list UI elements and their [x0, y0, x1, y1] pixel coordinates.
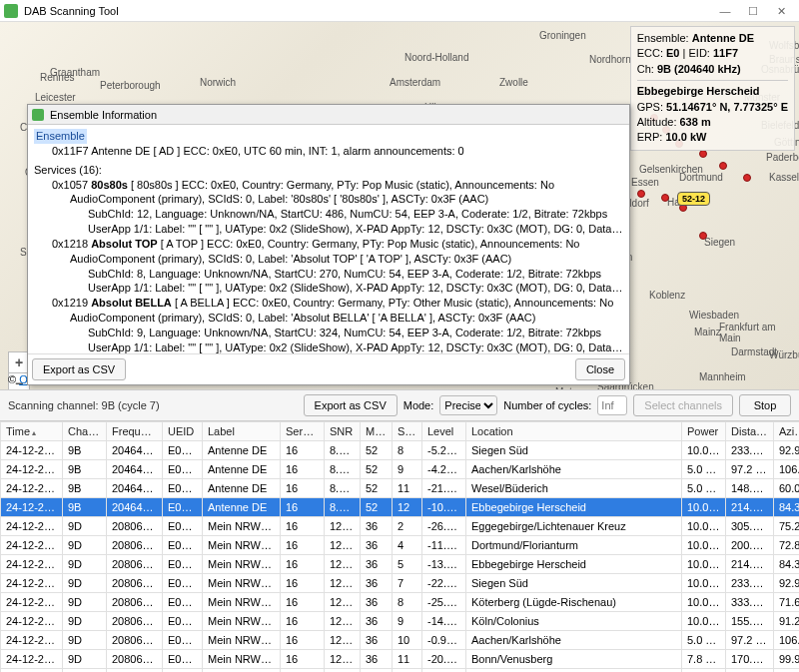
table-cell: 10.0 kW	[682, 669, 726, 673]
dialog-export-button[interactable]: Export as CSV	[32, 358, 126, 380]
table-cell: 11	[393, 479, 422, 498]
table-cell: 16	[281, 574, 325, 593]
table-cell: 9D	[63, 612, 107, 631]
table-cell: -26.6 dB	[422, 517, 466, 536]
maximize-button[interactable]: ☐	[739, 1, 767, 21]
table-cell: 200.0 km	[726, 536, 774, 555]
table-cell: 91.2°	[774, 612, 800, 631]
table-cell: 16	[281, 593, 325, 612]
table-cell: 84.3°	[774, 555, 800, 574]
table-cell: E01205	[163, 517, 203, 536]
map-city-label: Graantham	[50, 67, 100, 78]
table-row[interactable]: 24-12-28 18:33:439D208064 kHzE01205Mein …	[1, 536, 800, 555]
table-cell: 36	[361, 631, 393, 650]
map-target-dot[interactable]	[743, 174, 751, 182]
window-titlebar: DAB Scanning Tool — ☐ ✕	[0, 0, 799, 22]
stop-button[interactable]: Stop	[739, 394, 791, 416]
column-header[interactable]: Location	[466, 422, 682, 441]
table-cell: 148.3 km	[726, 479, 774, 498]
column-header[interactable]: Distance	[726, 422, 774, 441]
map-city-label: Paderborn	[766, 152, 799, 163]
map-target-dot[interactable]	[719, 162, 727, 170]
column-header[interactable]: Channel	[63, 422, 107, 441]
column-header[interactable]: Label	[203, 422, 281, 441]
table-cell: 10.0 kW	[682, 498, 726, 517]
table-cell: 16	[281, 517, 325, 536]
table-cell: 24-12-28 18:33:43	[1, 517, 63, 536]
table-row[interactable]: 24-12-28 18:33:259B204640 kHzE011F7Anten…	[1, 498, 800, 517]
column-header[interactable]: Power	[682, 422, 726, 441]
table-cell: 155.2 km	[726, 612, 774, 631]
table-row[interactable]: 24-12-28 18:33:439D208064 kHzE01205Mein …	[1, 669, 800, 673]
column-header[interactable]: Sub	[393, 422, 422, 441]
map-target-dot[interactable]	[661, 194, 669, 202]
table-cell: 208064 kHz	[107, 593, 163, 612]
table-cell: 106.1°	[774, 460, 800, 479]
minimize-button[interactable]: —	[711, 1, 739, 21]
table-cell: 79.4°	[774, 669, 800, 673]
table-cell: 92.9°	[774, 574, 800, 593]
table-row[interactable]: 24-12-28 18:33:259B204640 kHzE011F7Anten…	[1, 441, 800, 460]
table-cell: 24-12-28 18:33:25	[1, 460, 63, 479]
table-cell: 24-12-28 18:33:43	[1, 555, 63, 574]
table-cell: 24-12-28 18:33:43	[1, 536, 63, 555]
table-row[interactable]: 24-12-28 18:33:439D208064 kHzE01205Mein …	[1, 650, 800, 669]
map-city-label: Koblenz	[649, 290, 685, 301]
table-cell: 208064 kHz	[107, 612, 163, 631]
table-cell: 8.9 dB	[325, 498, 361, 517]
table-cell: 4	[393, 536, 422, 555]
info-ensemble-label: Ensemble:	[637, 32, 689, 44]
map-target-dot[interactable]	[699, 232, 707, 240]
table-row[interactable]: 24-12-28 18:33:259B204640 kHzE011F7Anten…	[1, 460, 800, 479]
export-csv-button[interactable]: Export as CSV	[304, 394, 398, 416]
table-cell: 12	[393, 498, 422, 517]
mode-select[interactable]: Precise	[439, 395, 497, 415]
table-row[interactable]: 24-12-28 18:33:439D208064 kHzE01205Mein …	[1, 612, 800, 631]
table-row[interactable]: 24-12-28 18:33:439D208064 kHzE01205Mein …	[1, 517, 800, 536]
map-marker[interactable]: 52-12	[677, 192, 710, 206]
table-row[interactable]: 24-12-28 18:33:439D208064 kHzE01205Mein …	[1, 593, 800, 612]
map-city-label: Frankfurt am Main	[719, 322, 799, 343]
table-cell: 305.5 km	[726, 517, 774, 536]
table-cell: 92.9°	[774, 441, 800, 460]
column-header[interactable]: SNR	[325, 422, 361, 441]
column-header[interactable]: Level	[422, 422, 466, 441]
table-cell: -20.6 dB	[422, 650, 466, 669]
column-header[interactable]: UEID	[163, 422, 203, 441]
table-cell: Siegen Süd	[466, 441, 682, 460]
column-header[interactable]: Time	[1, 422, 63, 441]
table-cell: 214.2 km	[726, 498, 774, 517]
table-row[interactable]: 24-12-28 18:33:439D208064 kHzE01205Mein …	[1, 631, 800, 650]
column-header[interactable]: Frequency	[107, 422, 163, 441]
cycles-input[interactable]	[597, 395, 627, 415]
column-header[interactable]: Services	[281, 422, 325, 441]
map-city-label: Noord-Holland	[404, 52, 468, 63]
table-cell: 204640 kHz	[107, 460, 163, 479]
table-cell: 333.5 km	[726, 593, 774, 612]
table-cell: 10.0 kW	[682, 517, 726, 536]
dialog-titlebar[interactable]: Ensemble Information	[28, 105, 629, 125]
map-city-label: Norwich	[200, 77, 236, 88]
select-channels-button[interactable]: Select channels	[633, 394, 733, 416]
table-row[interactable]: 24-12-28 18:33:259B204640 kHzE011F7Anten…	[1, 479, 800, 498]
table-cell: 36	[361, 555, 393, 574]
map-target-dot[interactable]	[699, 150, 707, 158]
table-cell: 5.0 kW	[682, 460, 726, 479]
dialog-close-button[interactable]: Close	[575, 358, 625, 380]
table-cell: 16	[281, 669, 325, 673]
results-table-wrap[interactable]: TimeChannelFrequencyUEIDLabelServicesSNR…	[0, 421, 799, 672]
column-header[interactable]: Main	[361, 422, 393, 441]
table-cell: 9B	[63, 479, 107, 498]
table-cell: 9B	[63, 498, 107, 517]
table-cell: 8.9 dB	[325, 441, 361, 460]
column-header[interactable]: Azimuth	[774, 422, 800, 441]
map[interactable]: AmsterdamHilversumRotterdamLeidenGroning…	[0, 22, 799, 389]
table-cell: 2	[393, 517, 422, 536]
table-cell: 144.9 km	[726, 669, 774, 673]
table-cell: 16	[281, 479, 325, 498]
table-row[interactable]: 24-12-28 18:33:439D208064 kHzE01205Mein …	[1, 574, 800, 593]
map-target-dot[interactable]	[637, 190, 645, 198]
table-cell: 24-12-28 18:33:43	[1, 574, 63, 593]
close-button[interactable]: ✕	[767, 1, 795, 21]
table-row[interactable]: 24-12-28 18:33:439D208064 kHzE01205Mein …	[1, 555, 800, 574]
